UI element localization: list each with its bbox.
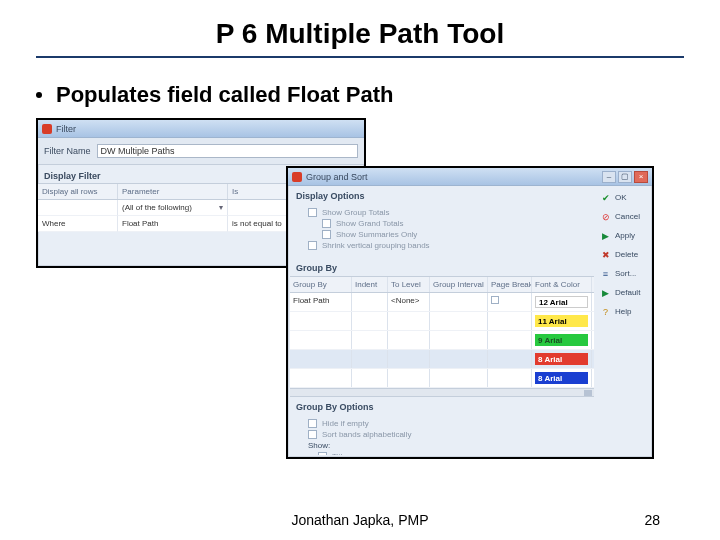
app-icon — [292, 172, 302, 182]
ok-button[interactable]: ✔OK — [600, 192, 646, 203]
filter-window-title: Filter — [56, 124, 76, 134]
slide: P 6 Multiple Path Tool Populates field c… — [0, 0, 720, 540]
apply-button[interactable]: ▶Apply — [600, 230, 646, 241]
opt-sort-alpha[interactable]: Sort bands alphabetically — [308, 430, 584, 439]
group-by-row-selected[interactable]: 8 Arial — [290, 350, 594, 369]
check-icon: ✔ — [600, 192, 611, 203]
group-content: Display Options Show Group Totals Show G… — [290, 186, 594, 455]
slide-title: P 6 Multiple Path Tool — [36, 18, 684, 50]
checkbox-icon[interactable] — [491, 296, 499, 304]
maximize-button[interactable]: ▢ — [618, 171, 632, 183]
group-by-header: Group By Indent To Level Group Interval … — [290, 277, 594, 293]
display-filter-label: Display Filter — [44, 171, 101, 181]
group-by-title: Group By — [290, 258, 594, 276]
cancel-button[interactable]: ⊘Cancel — [600, 211, 646, 222]
group-by-options-title: Group By Options — [290, 397, 594, 415]
button-sidebar: ✔OK ⊘Cancel ▶Apply ✖Delete ≡Sort... ▶Def… — [596, 188, 650, 321]
group-window-title: Group and Sort — [306, 172, 368, 182]
minimize-button[interactable]: – — [602, 171, 616, 183]
screenshot-canvas: Filter Filter Name DW Multiple Paths Dis… — [36, 118, 684, 458]
cancel-icon: ⊘ — [600, 211, 611, 222]
filter-name-row: Filter Name DW Multiple Paths — [38, 138, 364, 165]
app-icon — [42, 124, 52, 134]
opt-shrink-bands[interactable]: Shrink vertical grouping bands — [308, 241, 584, 250]
font-swatch: 12 Arial — [535, 296, 588, 308]
display-options-title: Display Options — [290, 186, 594, 204]
font-swatch: 11 Arial — [535, 315, 588, 327]
font-swatch: 8 Arial — [535, 353, 588, 365]
cell-parameter[interactable]: (All of the following)▾ — [118, 200, 228, 216]
opt-show-grand-totals[interactable]: Show Grand Totals — [322, 219, 584, 228]
show-label: Show: — [308, 441, 584, 450]
group-titlebar[interactable]: Group and Sort – ▢ × — [288, 168, 652, 186]
col-parameter: Parameter — [118, 184, 228, 199]
bullet-text: Populates field called Float Path — [56, 82, 393, 108]
filter-titlebar[interactable]: Filter — [38, 120, 364, 138]
group-by-options: Hide if empty Sort bands alphabetically … — [290, 415, 594, 455]
group-by-row[interactable]: Float Path <None> 12 Arial — [290, 293, 594, 312]
title-rule — [36, 56, 684, 58]
bullet-dot-icon — [36, 92, 42, 98]
checkbox-icon[interactable] — [308, 208, 317, 217]
opt-show-group-totals[interactable]: Show Group Totals — [308, 208, 584, 217]
group-by-row[interactable]: 8 Arial — [290, 369, 594, 388]
default-icon: ▶ — [600, 287, 611, 298]
group-by-table: Group By Indent To Level Group Interval … — [290, 276, 594, 397]
delete-button[interactable]: ✖Delete — [600, 249, 646, 260]
opt-hide-empty[interactable]: Hide if empty — [308, 419, 584, 428]
footer-author: Jonathan Japka, PMP — [0, 512, 720, 528]
checkbox-icon[interactable] — [322, 230, 331, 239]
checkbox-icon[interactable] — [322, 219, 331, 228]
cell[interactable] — [38, 200, 118, 216]
checkbox-icon[interactable] — [308, 419, 317, 428]
filter-name-field[interactable]: DW Multiple Paths — [97, 144, 358, 158]
horizontal-scrollbar[interactable] — [290, 388, 594, 396]
cell[interactable]: Where — [38, 216, 118, 232]
apply-icon: ▶ — [600, 230, 611, 241]
col-display: Display all rows — [38, 184, 118, 199]
scroll-thumb[interactable] — [584, 390, 592, 396]
sort-icon: ≡ — [600, 268, 611, 279]
opt-show-title[interactable]: Title — [318, 452, 584, 455]
cell[interactable]: Float Path — [118, 216, 228, 232]
delete-icon: ✖ — [600, 249, 611, 260]
opt-show-summaries-only[interactable]: Show Summaries Only — [322, 230, 584, 239]
default-button[interactable]: ▶Default — [600, 287, 646, 298]
chevron-down-icon: ▾ — [219, 203, 223, 212]
font-swatch: 9 Arial — [535, 334, 588, 346]
display-options: Show Group Totals Show Grand Totals Show… — [290, 204, 594, 258]
sort-button[interactable]: ≡Sort... — [600, 268, 646, 279]
footer-page-number: 28 — [644, 512, 660, 528]
group-sort-window: Group and Sort – ▢ × Display Options Sho… — [286, 166, 654, 459]
filter-name-label: Filter Name — [44, 146, 91, 156]
help-button[interactable]: ?Help — [600, 306, 646, 317]
checkbox-icon[interactable] — [308, 241, 317, 250]
group-by-row[interactable]: 11 Arial — [290, 312, 594, 331]
group-by-row[interactable]: 9 Arial — [290, 331, 594, 350]
font-swatch: 8 Arial — [535, 372, 588, 384]
checkbox-icon[interactable] — [308, 430, 317, 439]
close-button[interactable]: × — [634, 171, 648, 183]
bullet-row: Populates field called Float Path — [36, 82, 684, 108]
checkbox-icon[interactable] — [318, 452, 327, 455]
help-icon: ? — [600, 306, 611, 317]
